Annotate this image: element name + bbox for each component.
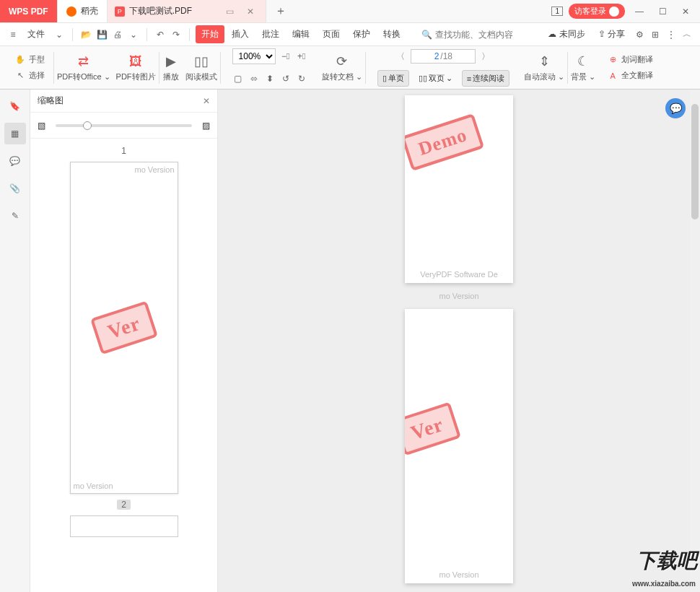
page1-footer: VeryPDF Software De xyxy=(405,269,513,280)
hand-icon: ✋ xyxy=(14,54,26,66)
moon-icon: ☾ xyxy=(574,53,592,70)
print-icon[interactable]: 🖨 xyxy=(110,27,125,42)
thumbnail-page-1[interactable]: mo Version Ver mo Version xyxy=(70,162,178,494)
feedback-icon[interactable]: ⊞ xyxy=(648,27,662,42)
open-icon[interactable]: 📂 xyxy=(79,27,93,42)
minimize-button[interactable]: — xyxy=(631,6,648,17)
zoom-select[interactable]: 100% xyxy=(232,48,276,64)
fit-page-icon[interactable]: ⬍ xyxy=(264,73,276,84)
tab-convert[interactable]: 转换 xyxy=(377,25,406,43)
app-tab-doke[interactable]: 稻壳 xyxy=(58,0,108,22)
save-icon[interactable]: 💾 xyxy=(95,27,109,42)
tab-annotate[interactable]: 批注 xyxy=(256,25,285,43)
thumb-zoom-out-icon[interactable]: ▧ xyxy=(38,121,45,131)
thumbnail-rail-icon[interactable]: ▦ xyxy=(4,123,26,144)
fit-width-icon[interactable]: ⬄ xyxy=(248,73,260,84)
continuous-icon: ≡ xyxy=(467,74,471,83)
file-menu[interactable]: 文件 xyxy=(22,25,51,43)
document-viewer[interactable]: Demo VeryPDF Software De mo Version Ver … xyxy=(218,90,700,592)
collapse-ribbon-icon[interactable]: ︿ xyxy=(680,27,694,42)
tab-start[interactable]: 开始 xyxy=(196,25,224,43)
scrollbar-thumb[interactable] xyxy=(691,104,699,219)
thumbnail-list[interactable]: 1 mo Version Ver mo Version 2 xyxy=(30,139,217,592)
thumbnail-close-icon[interactable]: ✕ xyxy=(203,96,210,106)
signature-rail-icon[interactable]: ✎ xyxy=(4,205,26,227)
select-tool[interactable]: ↖选择 xyxy=(12,69,48,83)
tab-restore-icon[interactable]: ▭ xyxy=(222,6,238,17)
page-number-input[interactable]: 2/18 xyxy=(411,49,476,64)
hand-tool[interactable]: ✋手型 xyxy=(12,53,48,67)
rotate-right-icon[interactable]: ↻ xyxy=(296,73,307,84)
tab-edit[interactable]: 编辑 xyxy=(286,25,315,43)
read-mode-button[interactable]: ▯▯ 阅读模式 xyxy=(183,51,220,84)
full-translate-button[interactable]: A全文翻译 xyxy=(604,69,656,83)
unsync-button[interactable]: ☁ 未同步 xyxy=(542,25,590,43)
ribbon: ✋手型 ↖选择 ⇄ PDF转Office ⌄ 🖼 PDF转图片 ▶ 播放 ▯▯ … xyxy=(0,46,700,90)
word-translate-button[interactable]: ⊕划词翻译 xyxy=(604,53,656,67)
titlebar: WPS PDF 稻壳 P 下载吧测试.PDF ▭ ✕ ＋ 1 访客登录 — ☐ … xyxy=(0,0,700,23)
redo-icon[interactable]: ↷ xyxy=(169,27,183,42)
single-page-toggle[interactable]: ▯单页 xyxy=(377,70,409,87)
document-title: 下载吧测试.PDF xyxy=(129,5,192,17)
comment-rail-icon[interactable]: 💬 xyxy=(4,150,26,172)
background-button[interactable]: ☾ 背景 ⌄ xyxy=(568,51,598,84)
thumbnail-page-2[interactable] xyxy=(70,515,178,537)
search-box[interactable]: 🔍 xyxy=(417,28,541,41)
zoom-out-icon[interactable]: −⃝ xyxy=(280,51,292,62)
zoom-in-icon[interactable]: +⃝ xyxy=(296,51,307,62)
double-page-toggle[interactable]: ▯▯双页 ⌄ xyxy=(414,70,458,87)
print-dropdown-icon[interactable]: ⌄ xyxy=(126,27,141,42)
thumbnail-tools: ▧ ▨ xyxy=(30,113,217,139)
rotate-doc-icon: ⟳ xyxy=(333,53,351,70)
prev-page-icon[interactable]: 〈 xyxy=(395,51,406,62)
rotate-doc-button[interactable]: ⟳ 旋转文档 ⌄ xyxy=(319,51,365,84)
play-button[interactable]: ▶ 播放 xyxy=(159,51,183,84)
continuous-toggle[interactable]: ≡连续阅读 xyxy=(462,70,509,87)
pdf-to-office-button[interactable]: ⇄ PDF转Office ⌄ xyxy=(54,51,113,84)
slider-thumb[interactable] xyxy=(83,121,92,130)
close-button[interactable]: ✕ xyxy=(677,6,694,17)
login-label: 访客登录 xyxy=(574,6,606,17)
settings-icon[interactable]: ⚙ xyxy=(632,27,647,42)
book-icon: ▯▯ xyxy=(193,53,210,70)
file-dropdown-icon[interactable]: ⌄ xyxy=(52,27,66,42)
undo-icon[interactable]: ↶ xyxy=(153,27,167,42)
pdf-icon: P xyxy=(115,6,125,17)
rotate-left-icon[interactable]: ↺ xyxy=(280,73,292,84)
app-tab-wps[interactable]: WPS PDF xyxy=(0,0,58,22)
window-indicator[interactable]: 1 xyxy=(551,6,563,16)
maximize-button[interactable]: ☐ xyxy=(654,6,671,17)
bookmark-rail-icon[interactable]: 🔖 xyxy=(4,95,26,117)
single-page-icon: ▯ xyxy=(382,74,387,83)
search-icon: 🔍 xyxy=(421,30,432,40)
page2-footer: mo Version xyxy=(405,569,513,580)
login-button[interactable]: 访客登录 xyxy=(569,4,625,19)
tab-insert[interactable]: 插入 xyxy=(226,25,255,43)
thumb-wm-bottom: mo Version xyxy=(74,482,113,490)
thumbnail-header: 缩略图 ✕ xyxy=(30,90,217,113)
document-tab[interactable]: P 下载吧测试.PDF ▭ ✕ xyxy=(108,0,266,22)
next-page-icon[interactable]: 〉 xyxy=(480,51,491,62)
tab-protect[interactable]: 保护 xyxy=(347,25,376,43)
tab-close-icon[interactable]: ✕ xyxy=(242,6,258,17)
thumbnail-title: 缩略图 xyxy=(38,95,64,107)
vertical-scrollbar[interactable] xyxy=(690,90,700,592)
fit-actual-icon[interactable]: ▢ xyxy=(232,73,244,84)
share-button[interactable]: ⇪ 分享 xyxy=(592,25,631,43)
play-icon: ▶ xyxy=(162,53,180,70)
menubar: ≡ 文件 ⌄ 📂 💾 🖨 ⌄ ↶ ↷ 开始 插入 批注 编辑 页面 保护 转换 … xyxy=(0,23,700,46)
new-tab-button[interactable]: ＋ xyxy=(266,0,295,22)
float-assistant-icon[interactable]: 💬 xyxy=(665,98,686,118)
menu-hamburger-icon[interactable]: ≡ xyxy=(6,27,20,42)
tab-page[interactable]: 页面 xyxy=(317,25,346,43)
page-current: 2 xyxy=(434,51,439,61)
thumb-zoom-in-icon[interactable]: ▨ xyxy=(202,121,210,131)
more-icon[interactable]: ⋮ xyxy=(664,27,678,42)
pdf-to-image-button[interactable]: 🖼 PDF转图片 xyxy=(113,51,159,84)
thumb-zoom-slider[interactable] xyxy=(56,124,192,127)
pdf-office-icon: ⇄ xyxy=(75,53,92,70)
search-input[interactable] xyxy=(435,30,536,40)
bookmark-nav-button[interactable]: ⇕ 自动滚动 ⌄ xyxy=(521,51,567,84)
attachment-rail-icon[interactable]: 📎 xyxy=(4,178,26,199)
doc-page-1: Demo VeryPDF Software De xyxy=(405,95,513,283)
